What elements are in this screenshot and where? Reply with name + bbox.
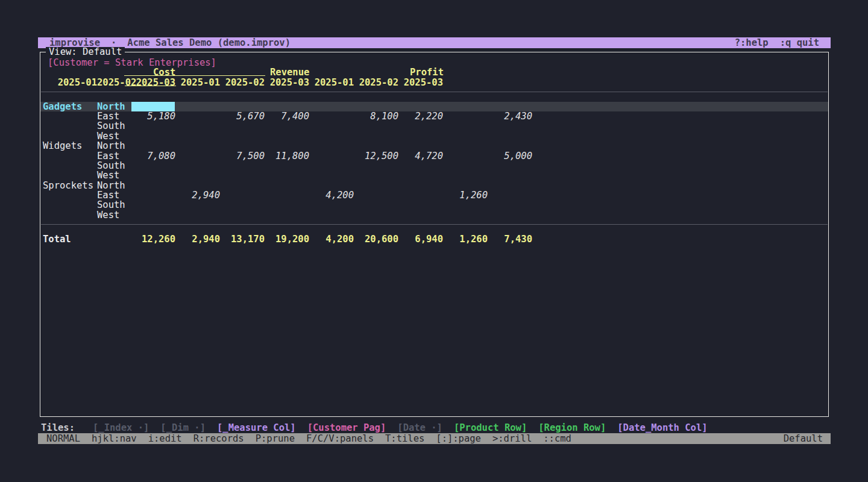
table-row[interactable]: East2,9404,2001,260	[40, 190, 828, 200]
value-cell[interactable]: 1,260	[443, 190, 488, 200]
region-cell[interactable]: South	[97, 200, 129, 210]
value-cell[interactable]	[354, 131, 398, 141]
value-cell[interactable]	[175, 151, 220, 161]
product-cell[interactable]: Gadgets	[43, 102, 97, 111]
value-cell[interactable]	[443, 131, 488, 141]
region-cell[interactable]: North	[97, 181, 129, 190]
value-cell[interactable]: 4,720	[398, 151, 443, 161]
value-cell[interactable]	[443, 210, 488, 220]
tile[interactable]: [Region Row]	[538, 423, 606, 433]
filter-badge[interactable]: [Customer = Stark Enterprises]	[40, 58, 828, 67]
product-cell[interactable]	[43, 111, 97, 121]
value-cell[interactable]	[398, 102, 443, 111]
value-cell[interactable]	[443, 151, 488, 161]
value-cell[interactable]	[175, 171, 220, 180]
product-cell[interactable]	[43, 121, 97, 131]
value-cell[interactable]	[220, 200, 265, 210]
value-cell[interactable]	[488, 141, 532, 151]
value-cell[interactable]	[354, 102, 398, 111]
value-cell[interactable]	[265, 181, 309, 190]
region-cell[interactable]: West	[97, 171, 129, 180]
value-cell[interactable]	[398, 131, 443, 141]
value-cell[interactable]	[443, 171, 488, 180]
value-cell[interactable]	[220, 190, 265, 200]
value-cell[interactable]	[398, 210, 443, 220]
value-cell[interactable]: 7,500	[220, 151, 265, 161]
value-cell[interactable]	[398, 121, 443, 131]
value-cell[interactable]	[354, 200, 398, 210]
value-cell[interactable]	[129, 181, 175, 190]
value-cell[interactable]	[129, 190, 175, 200]
tile[interactable]: [_Measure Col]	[217, 423, 296, 433]
table-row[interactable]: West	[40, 131, 828, 141]
value-cell[interactable]	[129, 161, 175, 171]
value-cell[interactable]	[309, 181, 354, 190]
value-cell[interactable]	[175, 141, 220, 151]
region-cell[interactable]: West	[97, 210, 129, 220]
value-cell[interactable]	[354, 141, 398, 151]
value-cell[interactable]: 5,180	[129, 111, 175, 121]
value-cell[interactable]	[488, 171, 532, 180]
value-cell[interactable]	[398, 181, 443, 190]
value-cell[interactable]	[265, 141, 309, 151]
value-cell[interactable]	[309, 210, 354, 220]
value-cell[interactable]	[309, 151, 354, 161]
value-cell[interactable]	[265, 102, 309, 111]
tile[interactable]: [Date ·]	[397, 423, 442, 433]
value-cell[interactable]	[129, 121, 175, 131]
value-cell[interactable]	[443, 200, 488, 210]
product-cell[interactable]	[43, 131, 97, 141]
value-cell[interactable]	[220, 161, 265, 171]
value-cell[interactable]: 7,400	[265, 111, 309, 121]
value-cell[interactable]	[488, 161, 532, 171]
value-cell[interactable]	[488, 131, 532, 141]
value-cell[interactable]	[265, 161, 309, 171]
value-cell[interactable]	[220, 210, 265, 220]
value-cell[interactable]	[129, 141, 175, 151]
product-cell[interactable]	[43, 190, 97, 200]
value-cell[interactable]	[354, 210, 398, 220]
value-cell[interactable]	[443, 111, 488, 121]
value-cell[interactable]	[175, 102, 220, 111]
product-cell[interactable]	[43, 200, 97, 210]
value-cell[interactable]	[398, 141, 443, 151]
value-cell[interactable]: 2,430	[488, 111, 532, 121]
value-cell[interactable]: 5,670	[220, 111, 265, 121]
table-row[interactable]: WidgetsNorth	[40, 141, 828, 151]
value-cell[interactable]	[175, 121, 220, 131]
value-cell[interactable]	[443, 121, 488, 131]
value-cell[interactable]	[354, 161, 398, 171]
value-cell[interactable]	[175, 210, 220, 220]
value-cell[interactable]: 5,000	[488, 151, 532, 161]
value-cell[interactable]	[309, 121, 354, 131]
value-cell[interactable]	[398, 171, 443, 180]
value-cell[interactable]	[220, 102, 265, 111]
tile[interactable]: [_Index ·]	[93, 423, 149, 433]
product-cell[interactable]	[43, 151, 97, 161]
value-cell[interactable]	[309, 171, 354, 180]
value-cell[interactable]	[175, 181, 220, 190]
value-cell[interactable]	[265, 121, 309, 131]
value-cell[interactable]	[129, 200, 175, 210]
value-cell[interactable]	[354, 190, 398, 200]
table-row[interactable]: West	[40, 210, 828, 220]
value-cell[interactable]	[488, 200, 532, 210]
table-row[interactable]: South	[40, 121, 828, 131]
value-cell[interactable]	[129, 102, 175, 111]
value-cell[interactable]	[220, 141, 265, 151]
value-cell[interactable]: 4,200	[309, 190, 354, 200]
product-cell[interactable]: Sprockets	[43, 181, 97, 190]
value-cell[interactable]	[220, 131, 265, 141]
table-row[interactable]: South	[40, 200, 828, 210]
value-cell[interactable]	[443, 161, 488, 171]
value-cell[interactable]	[398, 161, 443, 171]
value-cell[interactable]	[220, 181, 265, 190]
value-cell[interactable]: 12,500	[354, 151, 398, 161]
region-cell[interactable]: East	[97, 111, 129, 121]
region-cell[interactable]: East	[97, 151, 129, 161]
region-cell[interactable]: East	[97, 190, 129, 200]
region-cell[interactable]: South	[97, 161, 129, 171]
value-cell[interactable]	[488, 121, 532, 131]
tile[interactable]: [Customer Pag]	[307, 423, 386, 433]
value-cell[interactable]	[265, 210, 309, 220]
